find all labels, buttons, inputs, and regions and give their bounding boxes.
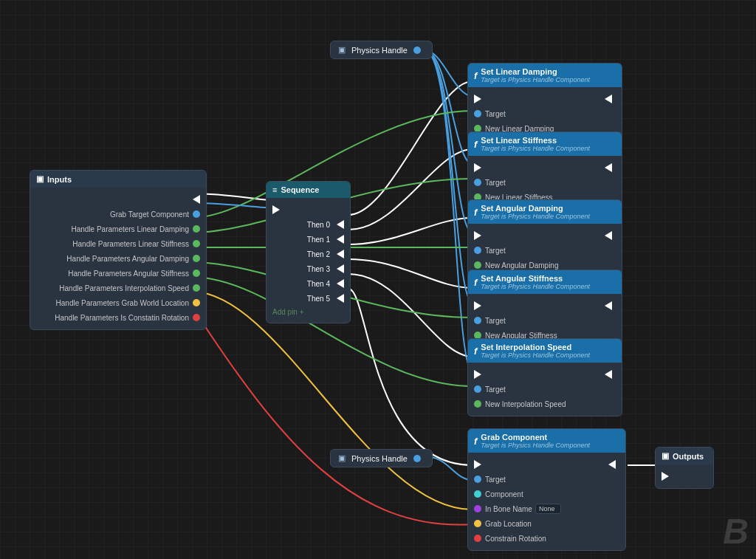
physics-handle-top-pin[interactable] <box>413 47 421 54</box>
set-angular-stiffness-node: f Set Angular Stiffness Target is Physic… <box>467 270 622 348</box>
inputs-body: Grab Target Component Handle Parameters … <box>30 188 206 329</box>
inputs-row-linear-stiffness: Handle Parameters Linear Stiffness <box>30 236 206 251</box>
sequence-then5-pin[interactable] <box>337 294 344 303</box>
sequence-then1-row: Then 1 <box>267 232 350 247</box>
outputs-exec-in <box>656 469 713 484</box>
outputs-header: ▣ Outputs <box>656 447 713 464</box>
sls-target-row: Target <box>468 175 622 190</box>
grab-component-icon: f <box>474 436 477 447</box>
outputs-body <box>656 464 713 488</box>
set-angular-damping-node: f Set Angular Damping Target is Physics … <box>467 199 622 278</box>
angular-stiffness-label: Handle Parameters Angular Stiffness <box>68 270 189 278</box>
sequence-exec-in-pin[interactable] <box>272 205 280 214</box>
set-interpolation-speed-node: f Set Interpolation Speed Target is Phys… <box>467 338 622 416</box>
sld-exec-out[interactable] <box>605 95 612 103</box>
gc-bone-name-input[interactable] <box>535 504 561 514</box>
sld-exec-in[interactable] <box>474 95 481 103</box>
gc-component-pin[interactable] <box>474 490 481 498</box>
sls-target-pin[interactable] <box>474 179 481 186</box>
set-linear-damping-subtitle: Target is Physics Handle Component <box>481 76 590 83</box>
linear-stiffness-pin[interactable] <box>193 240 200 247</box>
set-interp-speed-subtitle: Target is Physics Handle Component <box>481 351 590 359</box>
sis-new-speed-label: New Interpolation Speed <box>485 400 566 408</box>
sequence-then4-row: Then 4 <box>267 276 350 291</box>
inputs-row-linear-damping: Handle Parameters Linear Damping <box>30 222 206 236</box>
gc-bone-name-label: In Bone Name <box>485 505 532 513</box>
sad-target-pin[interactable] <box>474 247 481 254</box>
sad-target-row: Target <box>468 243 622 258</box>
sld-exec-row <box>468 92 622 106</box>
gc-component-label: Component <box>485 490 523 498</box>
sequence-add-pin[interactable]: Add pin + <box>267 306 350 318</box>
gc-grab-location-pin[interactable] <box>474 520 481 527</box>
interp-speed-label: Handle Parameters Interpolation Speed <box>59 284 189 292</box>
set-angular-damping-title: Set Angular Damping <box>481 204 590 213</box>
set-linear-stiffness-icon: f <box>474 139 477 150</box>
gc-bone-name-pin[interactable] <box>474 505 481 512</box>
physics-handle-bottom-label: Physics Handle <box>351 454 408 463</box>
grab-component-header: f Grab Component Target is Physics Handl… <box>468 429 625 453</box>
linear-stiffness-label: Handle Parameters Linear Stiffness <box>72 240 189 248</box>
physics-handle-bottom-pin[interactable] <box>413 455 421 462</box>
sequence-then4-pin[interactable] <box>337 279 344 288</box>
gc-component-row: Component <box>468 487 625 501</box>
set-linear-damping-node: f Set Linear Damping Target is Physics H… <box>467 63 622 141</box>
sad-exec-in[interactable] <box>474 231 481 240</box>
angular-stiffness-pin[interactable] <box>193 270 200 277</box>
sld-target-pin[interactable] <box>474 110 481 117</box>
gc-constrain-pin[interactable] <box>474 535 481 542</box>
outputs-exec-in-pin[interactable] <box>662 472 669 481</box>
physics-handle-top-icon: ▣ <box>338 45 346 55</box>
gc-exec-out[interactable] <box>608 460 616 469</box>
inputs-row-grab-location: Handle Parameters Grab World Location <box>30 295 206 310</box>
sis-exec-out[interactable] <box>605 370 612 379</box>
grab-target-pin[interactable] <box>193 210 200 218</box>
inputs-header: ▣ Inputs <box>30 171 206 188</box>
set-angular-stiffness-title: Set Angular Stiffness <box>481 274 590 283</box>
set-interp-speed-body: Target New Interpolation Speed <box>468 363 622 416</box>
set-linear-stiffness-title: Set Linear Stiffness <box>481 136 590 145</box>
sad-new-damping-pin[interactable] <box>474 261 481 269</box>
sequence-then3-pin[interactable] <box>337 264 344 273</box>
sad-exec-out[interactable] <box>605 231 612 240</box>
gc-grab-location-row: Grab Location <box>468 516 625 531</box>
sequence-node: ≡ Sequence Then 0 Then 1 Then 2 Then 3 T… <box>266 181 351 323</box>
set-linear-stiffness-header: f Set Linear Stiffness Target is Physics… <box>468 132 622 156</box>
inputs-row-interp-speed: Handle Parameters Interpolation Speed <box>30 281 206 295</box>
set-angular-stiffness-header: f Set Angular Stiffness Target is Physic… <box>468 270 622 294</box>
inputs-exec-pin[interactable] <box>193 195 200 204</box>
angular-damping-pin[interactable] <box>193 255 200 262</box>
sls-exec-out[interactable] <box>605 163 612 172</box>
sls-target-label: Target <box>485 179 506 187</box>
inputs-row-angular-stiffness: Handle Parameters Angular Stiffness <box>30 266 206 281</box>
inputs-exec-out <box>30 192 206 207</box>
sas-exec-out[interactable] <box>605 301 612 310</box>
set-angular-stiffness-icon: f <box>474 277 477 288</box>
linear-damping-pin[interactable] <box>193 225 200 233</box>
sas-exec-in[interactable] <box>474 301 481 310</box>
linear-damping-label: Handle Parameters Linear Damping <box>71 225 189 233</box>
sequence-icon: ≡ <box>272 185 277 194</box>
sad-new-damping-label: New Angular Damping <box>485 261 559 270</box>
gc-target-pin[interactable] <box>474 476 481 483</box>
outputs-node: ▣ Outputs <box>655 447 714 489</box>
sas-exec-row <box>468 298 622 313</box>
sas-target-pin[interactable] <box>474 317 481 324</box>
sls-exec-in[interactable] <box>474 163 481 172</box>
sequence-then1-pin[interactable] <box>337 235 344 244</box>
grab-location-pin[interactable] <box>193 299 200 306</box>
interp-speed-pin[interactable] <box>193 284 200 292</box>
sad-target-label: Target <box>485 247 506 255</box>
gc-exec-in[interactable] <box>474 460 481 469</box>
sequence-then2-pin[interactable] <box>337 250 344 258</box>
sis-exec-in[interactable] <box>474 370 481 379</box>
sequence-then0-pin[interactable] <box>337 220 344 229</box>
grab-component-subtitle: Target is Physics Handle Component <box>481 442 590 449</box>
sis-new-speed-pin[interactable] <box>474 400 481 408</box>
sld-target-row: Target <box>468 106 622 121</box>
sis-target-pin[interactable] <box>474 385 481 393</box>
constrain-pin[interactable] <box>193 314 200 321</box>
sequence-then2-row: Then 2 <box>267 247 350 261</box>
gc-target-row: Target <box>468 472 625 487</box>
set-angular-damping-icon: f <box>474 207 477 218</box>
